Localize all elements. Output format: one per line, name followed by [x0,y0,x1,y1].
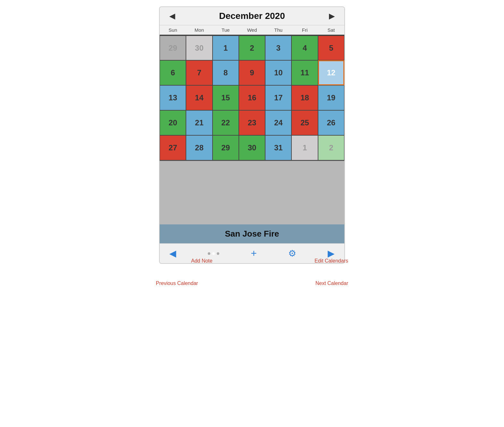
dow-sun: Sun [160,25,186,35]
days-of-week-row: Sun Mon Tue Wed Thu Fri Sat [160,25,344,35]
calendar-day-cell[interactable]: 1 [213,35,239,60]
day-number: 29 [169,44,177,53]
dow-fri: Fri [291,25,318,35]
calendar-day-cell[interactable]: 30 [239,135,265,160]
prev-month-button[interactable]: ◀ [166,12,178,21]
calendar-name-bar: San Jose Fire [160,224,344,243]
bottom-toolbar: ◀ + ⚙ ▶ [160,243,344,263]
calendar-day-cell[interactable]: 5 [318,35,344,60]
calendar-day-cell[interactable]: 27 [160,135,186,160]
dow-sat: Sat [318,25,344,35]
dot-3 [217,252,219,255]
calendar-day-cell[interactable]: 7 [186,60,212,85]
calendar-day-cell[interactable]: 9 [239,60,265,85]
day-number: 13 [169,93,177,102]
day-number: 9 [250,68,254,77]
day-number: 11 [300,68,309,77]
calendar-day-cell[interactable]: 31 [265,135,291,160]
day-number: 3 [276,44,281,53]
day-number: 14 [195,93,204,102]
next-calendar-button[interactable]: ▶ [328,248,335,259]
day-number: 21 [195,118,204,127]
day-number: 2 [250,44,254,53]
dow-wed: Wed [239,25,265,35]
day-number: 22 [221,118,230,127]
settings-button[interactable]: ⚙ [288,248,296,259]
day-number: 2 [329,143,333,152]
calendar-day-cell[interactable]: 8 [213,60,239,85]
calendar-day-cell[interactable]: 2 [318,135,344,160]
page-dots [208,252,219,255]
calendar-day-cell[interactable]: 11 [291,60,318,85]
day-number: 18 [300,93,309,102]
day-number: 12 [327,68,335,77]
dot-2 [212,252,215,255]
dow-thu: Thu [265,25,291,35]
calendar-day-cell[interactable]: 17 [265,85,291,110]
calendar-day-cell[interactable]: 21 [186,110,212,135]
calendar-day-cell[interactable]: 29 [160,35,186,60]
calendar-day-cell[interactable]: 16 [239,85,265,110]
calendar-day-cell[interactable]: 24 [265,110,291,135]
annotation-previous-calendar: Previous Calendar [156,280,198,286]
calendar-day-cell[interactable]: 12 [318,60,344,85]
calendar-day-cell[interactable]: 29 [213,135,239,160]
day-number: 1 [223,44,228,53]
annotation-next-calendar: Next Calendar [315,280,348,286]
prev-calendar-button[interactable]: ◀ [169,248,176,259]
month-year-title: December 2020 [178,11,326,21]
calendar-day-cell[interactable]: 19 [318,85,344,110]
day-number: 25 [300,118,309,127]
calendar-day-cell[interactable]: 20 [160,110,186,135]
calendar-day-cell[interactable]: 26 [318,110,344,135]
calendar-day-cell[interactable]: 3 [265,35,291,60]
day-number: 30 [195,44,204,53]
calendar-day-cell[interactable]: 1 [291,135,318,160]
day-number: 30 [248,143,256,152]
calendar-day-cell[interactable]: 2 [239,35,265,60]
day-number: 10 [274,68,283,77]
calendar-grid: 2930123456789101112131415161718192021222… [160,35,344,160]
dow-mon: Mon [186,25,212,35]
dow-tue: Tue [213,25,239,35]
day-number: 15 [221,93,230,102]
calendar-day-cell[interactable]: 22 [213,110,239,135]
calendar-day-cell[interactable]: 15 [213,85,239,110]
next-month-button[interactable]: ▶ [326,12,338,21]
day-number: 20 [169,118,177,127]
day-number: 27 [169,143,177,152]
day-number: 5 [329,44,333,53]
day-number: 24 [274,118,283,127]
day-number: 4 [303,44,307,53]
calendar-day-cell[interactable]: 4 [291,35,318,60]
calendar-day-cell[interactable]: 14 [186,85,212,110]
calendar-day-cell[interactable]: 30 [186,35,212,60]
day-number: 7 [197,68,201,77]
day-number: 26 [327,118,335,127]
notes-area [160,160,344,224]
day-number: 1 [303,143,307,152]
day-number: 8 [223,68,228,77]
dot-1 [208,252,210,255]
calendar-day-cell[interactable]: 25 [291,110,318,135]
calendar-day-cell[interactable]: 13 [160,85,186,110]
calendar-day-cell[interactable]: 28 [186,135,212,160]
day-number: 23 [248,118,256,127]
day-number: 29 [221,143,230,152]
day-number: 16 [248,93,256,102]
day-number: 28 [195,143,204,152]
calendar-day-cell[interactable]: 23 [239,110,265,135]
day-number: 31 [274,143,283,152]
calendar-day-cell[interactable]: 6 [160,60,186,85]
day-number: 19 [327,93,335,102]
day-number: 6 [171,68,175,77]
calendar-day-cell[interactable]: 10 [265,60,291,85]
add-note-button[interactable]: + [251,247,257,259]
day-number: 17 [274,93,283,102]
calendar-header: ◀ December 2020 ▶ [160,7,344,25]
calendar-day-cell[interactable]: 18 [291,85,318,110]
